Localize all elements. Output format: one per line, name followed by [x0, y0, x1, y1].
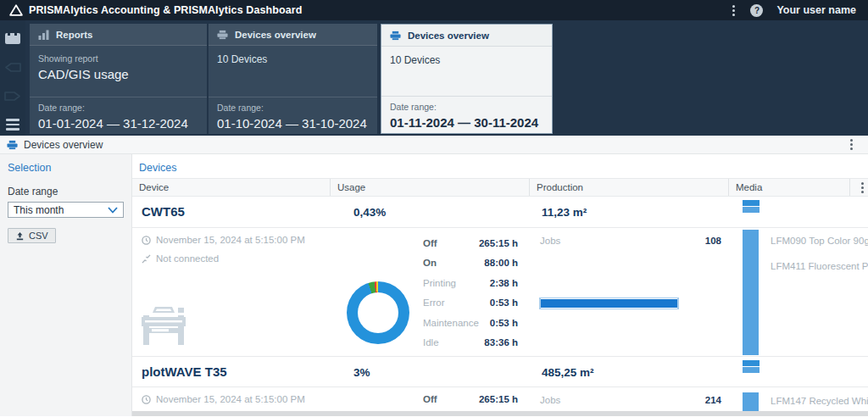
table-header: Device Usage Production Media: [132, 178, 868, 197]
date-range-field-label: Date range: [8, 186, 124, 197]
media-name: LFM090 Top Color 90gs: [771, 236, 868, 246]
status-label: Error: [423, 297, 445, 308]
schedule-icon[interactable]: [0, 29, 25, 47]
device-count: 10 Devices: [217, 53, 369, 65]
clock-icon: [142, 236, 151, 245]
chevron-down-icon: [108, 207, 118, 214]
left-rail: [0, 20, 25, 136]
prisma-logo-icon: [8, 3, 24, 17]
arrow-left-icon[interactable]: [0, 58, 25, 76]
date-range-value: 01-01-2024 — 31-12-2024: [38, 116, 198, 131]
dashboard-header-region: Reports Showing report CAD/GIS usage Dat…: [0, 20, 868, 136]
csv-label: CSV: [29, 231, 48, 241]
status-value: 0:53 h: [490, 297, 518, 308]
card-reports[interactable]: Reports Showing report CAD/GIS usage Dat…: [30, 24, 207, 134]
not-connected-icon: [142, 254, 151, 264]
report-name: CAD/GIS usage: [38, 67, 198, 81]
last-update-timestamp: November 15, 2024 at 5:15:00 PM: [156, 394, 305, 404]
help-icon[interactable]: ?: [750, 4, 763, 17]
status-label: Printing: [423, 278, 456, 288]
devices-heading: Devices: [139, 162, 176, 174]
card-title: Reports: [56, 30, 92, 40]
device-name: plotWAVE T35: [142, 364, 227, 379]
jobs-count: 108: [540, 236, 721, 246]
status-label: On: [423, 258, 437, 268]
column-production: Production: [529, 179, 728, 196]
status-label: Off: [423, 238, 437, 248]
selection-sidebar: Selection Date range This month CSV: [0, 154, 132, 416]
status-value: 265:15 h: [479, 238, 518, 248]
table-row[interactable]: CWT65 0,43% 11,23 m²: [132, 197, 868, 227]
card-devices-overview-nov-active[interactable]: Devices overview 10 Devices Date range: …: [381, 24, 553, 134]
printer-icon: [217, 30, 228, 40]
media-name: LFM147 Recycled Whit: [771, 396, 868, 406]
jobs-count: 214: [540, 395, 721, 405]
plotter-printer-image: [140, 304, 187, 347]
export-icon: [15, 231, 25, 241]
columns-menu-icon[interactable]: [860, 181, 865, 195]
column-usage: Usage: [330, 179, 529, 196]
panel-header: Devices overview: [0, 136, 868, 154]
devices-overview-panel: Devices overview Selection Date range Th…: [0, 136, 868, 417]
status-value: 88:00 h: [484, 258, 518, 268]
media-mini-bars: [743, 360, 760, 373]
topbar-menu-icon[interactable]: [731, 3, 737, 18]
date-range-label: Date range:: [38, 103, 198, 113]
table-row[interactable]: plotWAVE T35 3% 485,25 m²: [132, 356, 868, 386]
date-range-label: Date range:: [217, 103, 369, 113]
media-bar-chart: [743, 230, 759, 355]
prismalytics-dashboard: PRISMAlytics Accounting & PRISMAlytics D…: [0, 0, 868, 417]
status-value: 2:38 h: [490, 278, 518, 288]
status-list: Off265:15 h: [423, 389, 518, 409]
printer-icon: [390, 31, 401, 41]
top-bar: PRISMAlytics Accounting & PRISMAlytics D…: [0, 0, 868, 20]
clock-icon: [142, 395, 151, 404]
widget-cards: Reports Showing report CAD/GIS usage Dat…: [30, 24, 553, 134]
column-media: Media: [728, 179, 849, 196]
printer-icon: [7, 140, 18, 150]
hamburger-menu-icon[interactable]: [0, 115, 25, 134]
status-value: 0:53 h: [490, 318, 518, 328]
card-devices-overview-oct[interactable]: Devices overview 10 Devices Date range: …: [209, 24, 377, 134]
status-label: Off: [423, 394, 437, 404]
panel-title: Devices overview: [24, 139, 103, 151]
date-range-label: Date range:: [390, 102, 543, 112]
connection-status: Not connected: [156, 253, 219, 264]
date-range-value: 01-11-2024 — 30-11-2024: [390, 115, 543, 130]
status-donut-chart: [347, 281, 409, 344]
showing-report-label: Showing report: [38, 53, 198, 64]
device-detail-row: November 15, 2024 at 5:15:00 PM Not conn…: [132, 227, 868, 356]
column-device: Device: [132, 179, 169, 196]
panel-menu-icon[interactable]: [849, 137, 854, 152]
arrow-right-icon[interactable]: [0, 86, 25, 105]
date-range-value: 01-10-2024 — 31-10-2024: [217, 116, 369, 131]
status-list: Off265:15 h On88:00 h Printing2:38 h Err…: [423, 233, 518, 353]
device-name: CWT65: [142, 204, 185, 219]
status-label: Idle: [423, 337, 439, 348]
usage-value: 3%: [353, 366, 370, 379]
devices-table: Devices Device Usage Production Media CW…: [132, 154, 868, 416]
app-title: PRISMAlytics Accounting & PRISMAlytics D…: [29, 4, 302, 16]
date-range-selected: This month: [14, 204, 64, 216]
horizontal-scrollbar[interactable]: [132, 411, 868, 416]
csv-export-button[interactable]: CSV: [8, 228, 56, 243]
status-value: 265:15 h: [479, 394, 518, 404]
report-chart-icon: [38, 30, 49, 40]
production-value: 11,23 m²: [542, 206, 587, 219]
card-title: Devices overview: [235, 30, 316, 40]
device-count: 10 Devices: [390, 54, 543, 66]
status-label: Maintenance: [423, 318, 479, 328]
user-menu[interactable]: Your user name: [776, 4, 856, 16]
card-title: Devices overview: [408, 31, 489, 41]
jobs-bar-chart: [539, 297, 679, 309]
date-range-select[interactable]: This month: [8, 202, 124, 218]
media-mini-bars: [743, 200, 760, 213]
last-update-timestamp: November 15, 2024 at 5:15:00 PM: [156, 235, 305, 245]
media-name: LFM411 Fluorescent Pa: [771, 261, 868, 271]
usage-value: 0,43%: [353, 206, 386, 219]
table-header-actions: [849, 179, 868, 196]
selection-heading: Selection: [8, 162, 124, 174]
production-value: 485,25 m²: [542, 366, 594, 379]
status-value: 83:36 h: [484, 337, 518, 348]
